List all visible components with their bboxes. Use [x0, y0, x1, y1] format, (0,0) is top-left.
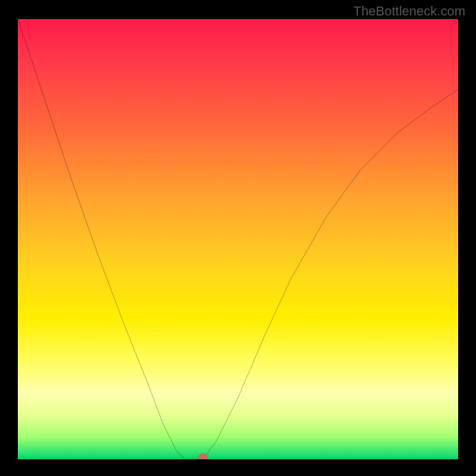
plot-area: [18, 19, 458, 459]
watermark-text: TheBottleneck.com: [353, 4, 465, 19]
bottleneck-curve: [18, 19, 458, 459]
outer-frame: TheBottleneck.com: [0, 0, 476, 476]
minimum-marker: [198, 453, 208, 459]
